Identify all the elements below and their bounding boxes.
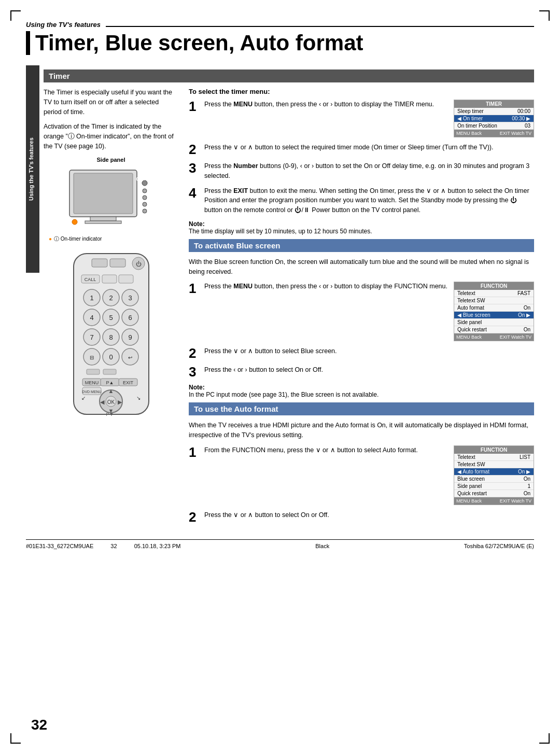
step-text-1: Press the MENU button, then press the ‹ …	[204, 100, 449, 109]
svg-point-6	[143, 196, 147, 200]
auto-format-header: To use the Auto format	[189, 402, 534, 415]
auto-step-num-2: 2	[189, 510, 199, 524]
svg-text:EXIT: EXIT	[122, 380, 133, 385]
svg-text:0: 0	[109, 353, 113, 361]
step-text-3: Press the Number buttons (0-9), ‹ or › b…	[204, 161, 534, 181]
svg-text:⊟: ⊟	[90, 355, 94, 360]
blue-step-1: 1 Press the MENU button, then press the …	[189, 282, 534, 341]
auto-step-text-2: Press the ∨ or ∧ button to select On or …	[204, 510, 534, 520]
svg-text:▲: ▲	[108, 388, 114, 394]
svg-text:2: 2	[109, 294, 113, 302]
svg-rect-3	[85, 221, 121, 224]
step-num-2: 2	[189, 143, 199, 156]
section-header: Using the TV's features	[26, 21, 534, 29]
svg-text:◀: ◀	[100, 399, 105, 405]
svg-point-5	[143, 189, 147, 193]
blue-step-text-2: Press the ∨ or ∧ button to select Blue s…	[204, 346, 534, 356]
svg-point-7	[143, 202, 147, 206]
svg-text:DVD MENU: DVD MENU	[82, 390, 101, 394]
sidebar-tab: Using the TV's features	[26, 65, 39, 273]
blue-screen-note: Note: In the PC input mode (see page 31)…	[189, 384, 534, 398]
remote-control-illustration: ⏻ CALL 1 2	[44, 251, 178, 417]
auto-step-2: 2 Press the ∨ or ∧ button to select On o…	[189, 510, 534, 524]
svg-text:▶: ▶	[118, 399, 122, 405]
svg-text:↙: ↙	[81, 395, 86, 401]
timer-step-3: 3 Press the Number buttons (0-9), ‹ or ›…	[189, 161, 534, 181]
timer-desc-2: Activation of the Timer is indicated by …	[44, 122, 178, 151]
svg-text:9: 9	[128, 333, 132, 341]
step-num-4: 4	[189, 186, 199, 200]
svg-point-9	[72, 219, 77, 225]
header-line	[106, 26, 534, 27]
svg-point-8	[143, 209, 147, 213]
svg-text:6: 6	[128, 314, 132, 322]
svg-text:4: 4	[90, 314, 93, 322]
svg-text:↘: ↘	[136, 395, 141, 401]
auto-step-1: 1 From the FUNCTION menu, press the ∨ or…	[189, 445, 534, 505]
blue-screen-header: To activate Blue screen	[189, 239, 534, 252]
corner-mark-br	[539, 733, 550, 744]
svg-text:P▼: P▼	[106, 412, 114, 417]
blue-step-text-3: Press the ‹ or › button to select On or …	[204, 365, 534, 375]
step-text-2: Press the ∨ or ∧ button to select the re…	[204, 143, 534, 152]
svg-text:7: 7	[90, 333, 93, 341]
page-footer: #01E31-33_6272CM9UAE 32 05.10.18, 3:23 P…	[26, 539, 534, 549]
svg-rect-45	[103, 369, 116, 374]
svg-rect-44	[87, 369, 100, 374]
svg-text:CALL: CALL	[84, 277, 96, 282]
svg-rect-13	[110, 259, 125, 267]
timer-step-2: 2 Press the ∨ or ∧ button to select the …	[189, 143, 534, 156]
timer-menu-screenshot: TIMER Sleep timer00:00 ◀ On timer00:30 ▶…	[454, 100, 534, 137]
step-text-4: Press the EXIT button to exit the menu. …	[204, 186, 534, 215]
svg-text:5: 5	[109, 314, 113, 322]
blue-step-3: 3 Press the ‹ or › button to select On o…	[189, 365, 534, 379]
main-content: Timer The Timer is especially useful if …	[44, 65, 534, 529]
blue-step-text-1: Press the MENU button, then press the ‹ …	[204, 282, 449, 291]
step-num-3: 3	[189, 161, 199, 175]
timer-right-col: To select the timer menu: 1 Press the ME…	[189, 88, 534, 529]
side-panel-label: Side panel	[44, 157, 178, 163]
auto-step-num-1: 1	[189, 445, 199, 459]
svg-text:P▲: P▲	[106, 380, 114, 385]
svg-text:⏻: ⏻	[135, 261, 141, 267]
footer-model: Toshiba 62/72CM9UA/E (E)	[464, 543, 534, 549]
svg-rect-1	[74, 173, 133, 214]
corner-mark-tl	[10, 10, 21, 21]
timer-desc-1: The Timer is especially useful if you wa…	[44, 88, 178, 117]
corner-mark-tr	[539, 10, 550, 21]
svg-text:↩: ↩	[128, 355, 132, 360]
tv-side-panel-illustration: ⏻/⏸	[44, 165, 178, 232]
timer-step-4: 4 Press the EXIT button to exit the menu…	[189, 186, 534, 215]
svg-text:3: 3	[128, 294, 132, 302]
svg-text:1: 1	[90, 294, 93, 302]
main-title: Timer, Blue screen, Auto format	[26, 31, 534, 55]
function-menu-screenshot-2: FUNCTION TeletextLIST Teletext SW ◀ Auto…	[454, 445, 534, 505]
corner-mark-bl	[10, 733, 21, 744]
svg-rect-19	[119, 275, 133, 283]
svg-rect-12	[92, 259, 107, 267]
timer-step-1: 1 Press the MENU button, then press the …	[189, 100, 534, 137]
blue-step-num-2: 2	[189, 346, 199, 360]
step-num-1: 1	[189, 100, 199, 113]
blue-step-num-1: 1	[189, 282, 199, 295]
function-menu-screenshot-1: FUNCTION TeletextFAST Teletext SW Auto f…	[454, 282, 534, 341]
blue-step-2: 2 Press the ∨ or ∧ button to select Blue…	[189, 346, 534, 360]
page-number: 32	[31, 717, 47, 733]
timer-two-col: The Timer is especially useful if you wa…	[44, 88, 534, 529]
section-label: Using the TV's features	[26, 21, 101, 29]
blue-step-num-3: 3	[189, 365, 199, 379]
svg-text:8: 8	[109, 333, 113, 341]
to-select-timer-title: To select the timer menu:	[189, 88, 534, 95]
svg-text:⏻/⏸: ⏻/⏸	[136, 176, 147, 181]
auto-format-desc: When the TV receives a true HDMI picture…	[189, 421, 534, 440]
svg-text:MENU: MENU	[85, 380, 99, 385]
auto-step-text-1: From the FUNCTION menu, press the ∨ or ∧…	[204, 445, 449, 455]
svg-text:OK: OK	[107, 399, 115, 405]
timer-left-col: The Timer is especially useful if you wa…	[44, 88, 178, 529]
on-timer-label: ● ⓘ On-timer indicator	[49, 235, 178, 243]
timer-note: Note: The time display will set by 10 mi…	[189, 220, 534, 235]
blue-screen-desc: With the Blue screen function On, the sc…	[189, 257, 534, 277]
page: Using the TV's features Timer, Blue scre…	[0, 0, 560, 754]
svg-rect-18	[102, 275, 117, 283]
svg-rect-2	[90, 217, 116, 221]
